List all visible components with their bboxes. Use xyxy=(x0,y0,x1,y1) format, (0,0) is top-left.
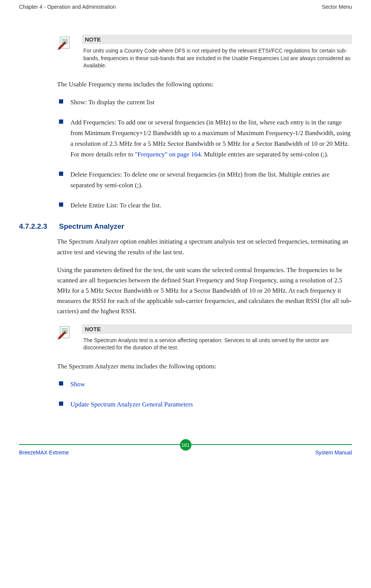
list-item: Add Frequencies: To add one or several f… xyxy=(59,117,352,160)
list-item: Show: To display the current list xyxy=(59,97,352,108)
paragraph: The Spectrum Analyzer menu includes the … xyxy=(57,361,352,371)
paragraph: Using the parameters defined for the tes… xyxy=(57,265,352,317)
note-icon xyxy=(57,35,76,51)
note-block: NOTE The Spectrum Analysis test is a ser… xyxy=(57,324,352,352)
bullet-list: Show: To display the current list Add Fr… xyxy=(59,97,352,211)
paragraph: The Usable Frequency menu includes the f… xyxy=(57,79,352,89)
list-item-link[interactable]: Update Spectrum Analyzer General Paramet… xyxy=(59,399,352,410)
note-icon xyxy=(57,325,76,340)
footer-product[interactable]: BreezeMAX Extreme xyxy=(19,449,69,456)
page-footer: BreezeMAX Extreme 181 System Manual xyxy=(19,444,352,460)
header-section: Sector Menu xyxy=(322,4,352,10)
note-label: NOTE xyxy=(82,324,352,334)
section-heading: 4.7.2.2.3 Spectrum Analyzer xyxy=(19,222,352,231)
bullet-list: Show Update Spectrum Analyzer General Pa… xyxy=(59,379,352,410)
note-label: NOTE xyxy=(82,35,352,44)
note-text: For units using a Country Code where DFS… xyxy=(82,47,352,70)
list-item-text: . Multiple entries are separated by semi… xyxy=(201,151,328,158)
paragraph: The Spectrum Analyzer option enables ini… xyxy=(57,236,352,257)
list-item: Delete Frequencies: To delete one or sev… xyxy=(59,169,352,191)
note-text: The Spectrum Analysis test is a service … xyxy=(82,337,352,352)
section-number: 4.7.2.2.3 xyxy=(19,222,59,231)
cross-reference-link[interactable]: "Frequency" on page 164 xyxy=(135,151,201,158)
header-chapter: Chapter 4 - Operation and Administration xyxy=(19,4,116,10)
page-header: Chapter 4 - Operation and Administration… xyxy=(19,0,352,12)
footer-manual[interactable]: System Manual xyxy=(315,449,352,456)
list-item-link[interactable]: Show xyxy=(59,379,352,390)
section-title: Spectrum Analyzer xyxy=(59,222,124,231)
page-number: 181 xyxy=(180,439,191,451)
note-block: NOTE For units using a Country Code wher… xyxy=(57,35,352,70)
list-item: Delete Entire List: To clear the list. xyxy=(59,200,352,211)
